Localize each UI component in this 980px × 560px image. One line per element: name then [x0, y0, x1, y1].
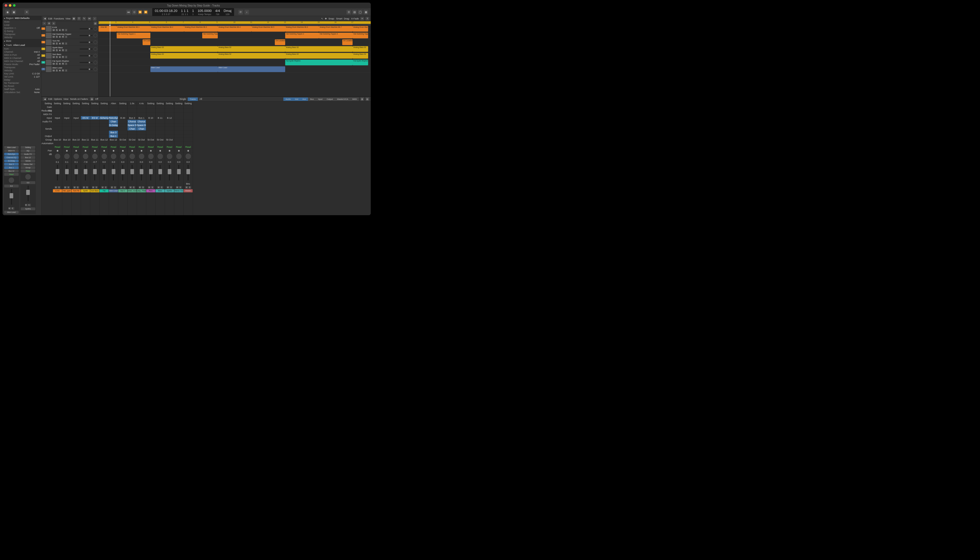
region[interactable]: Analog Bass 02	[285, 46, 353, 52]
edit-menu[interactable]: Edit	[48, 17, 52, 20]
snap-select[interactable]: Smart	[336, 17, 342, 20]
mixer-view-menu[interactable]: View	[63, 98, 68, 100]
pan-knob[interactable]	[64, 153, 70, 160]
track-icon[interactable]	[46, 26, 52, 32]
strip-name[interactable]: Bass	[155, 189, 165, 192]
strip-name[interactable]: Synths	[165, 189, 174, 192]
view-menu[interactable]: View	[66, 17, 70, 20]
region[interactable]: Fat Synth Rhythm	[285, 60, 353, 65]
region[interactable]: Analog Bass 02	[218, 53, 285, 58]
strip-name[interactable]: Master	[183, 189, 193, 192]
volume-slider[interactable]	[80, 48, 93, 50]
inspector-track-param[interactable]: Staff Style:Auto	[3, 88, 41, 91]
quick-help-button[interactable]: ✕	[24, 10, 29, 15]
region[interactable]: Hat Swishing Topper.2	[285, 33, 319, 38]
strip-icon[interactable]: ◉	[62, 149, 71, 152]
zoom-v-button[interactable]: ⇕	[365, 17, 369, 20]
inspector-track-param[interactable]: No Transpose:	[3, 82, 41, 85]
pan-knob[interactable]	[93, 27, 97, 31]
output-slot[interactable]: Bus 11	[81, 138, 90, 142]
region[interactable]: Fat Synth Rhythm	[353, 60, 368, 65]
output-slot[interactable]: Bus 11	[90, 138, 99, 142]
eq-slot[interactable]	[100, 109, 108, 113]
strip-icon[interactable]: ◉	[146, 149, 155, 152]
inspector-track-param[interactable]: Vel Limit:1 127	[3, 75, 41, 78]
audio-fx-slot[interactable]: Chorus	[128, 120, 137, 123]
input-button[interactable]: R	[62, 49, 64, 52]
strip-name[interactable]: E-Kit	[53, 189, 62, 192]
zoom-h-button[interactable]: ⇔	[360, 17, 364, 20]
region[interactable]: Analog Drum Machine 86.7	[319, 26, 353, 32]
eq-slot[interactable]	[109, 109, 118, 113]
eq-slot[interactable]	[72, 109, 81, 113]
strip-icon[interactable]: ◉	[81, 149, 90, 152]
solo-button[interactable]: S	[77, 186, 79, 189]
input-slot[interactable]	[174, 116, 183, 120]
pan-knob[interactable]	[138, 153, 145, 160]
region[interactable]: On Location To	[342, 39, 353, 45]
solo-button[interactable]: S	[58, 186, 60, 189]
eq-slot[interactable]	[62, 109, 71, 113]
inspector-track-param[interactable]: MIDI In Port:All	[3, 53, 41, 57]
audio-fx-slot[interactable]: Chan EQ	[109, 120, 118, 123]
mute-button[interactable]: M	[52, 62, 55, 65]
eq-slot[interactable]	[174, 109, 183, 113]
strip-name[interactable]: Larg...Plate	[137, 189, 146, 192]
mute-button[interactable]: M	[102, 186, 104, 189]
strip-name[interactable]: Stereo Out	[174, 189, 183, 192]
region[interactable]: Analog Bass 02	[150, 53, 218, 58]
setting-slot[interactable]: Setting	[155, 102, 165, 105]
track-header[interactable]: ▸ Track: Alien Lead	[3, 43, 41, 47]
mixer-edit-menu[interactable]: Edit	[48, 98, 52, 100]
strip-icon[interactable]: ◉	[137, 149, 146, 152]
output-slot[interactable]: St Out	[128, 138, 137, 142]
setting-slot[interactable]: Alien Lead	[109, 102, 118, 105]
track-row[interactable]: 4 Synth Bass MS●RI	[42, 46, 98, 52]
fader[interactable]	[53, 164, 62, 182]
loops-button[interactable]: ◯	[358, 10, 362, 15]
mixer-tab[interactable]: Master/VCA	[335, 97, 350, 101]
fader[interactable]	[137, 164, 146, 182]
inspector-track-param[interactable]: Icon:	[3, 47, 41, 50]
fader[interactable]	[109, 164, 118, 182]
track-icon[interactable]	[46, 53, 52, 58]
volume-slider[interactable]	[80, 42, 93, 43]
strip-icon[interactable]: ◉	[72, 149, 81, 152]
automation-mode[interactable]: Read	[100, 145, 108, 149]
solo-button[interactable]: S	[55, 35, 58, 38]
maximize-icon[interactable]	[13, 4, 15, 7]
pan-knob[interactable]	[157, 153, 163, 160]
fader[interactable]	[146, 164, 155, 182]
fader[interactable]	[81, 164, 90, 182]
eq-slot[interactable]	[146, 109, 155, 113]
input-button[interactable]: R	[62, 56, 64, 58]
automation-mode[interactable]: Read	[137, 145, 146, 149]
solo-button[interactable]: S	[114, 186, 117, 189]
mixer-narrow-button[interactable]: ▤	[365, 97, 369, 101]
pan-knob[interactable]	[185, 153, 191, 160]
strip-icon[interactable]: ◉	[128, 149, 137, 152]
input-slot[interactable]: Bus 3	[128, 116, 137, 120]
mute-button[interactable]: M	[157, 186, 160, 189]
more-disclosure[interactable]: ▸ More	[3, 39, 41, 43]
sends-power-button[interactable]: ⏻	[90, 97, 93, 101]
ch1-pan-knob[interactable]	[8, 177, 15, 183]
mute-button[interactable]: M	[111, 186, 113, 189]
solo-button[interactable]: S	[67, 186, 70, 189]
pan-knob[interactable]	[92, 153, 98, 160]
audio-fx-slot[interactable]: Chan EQ	[137, 127, 146, 131]
input-slot[interactable]: RetroSyn	[109, 116, 118, 120]
audio-fx-slot[interactable]: Chan EQ	[128, 127, 137, 131]
region[interactable]: Analog Drum Machine 86.1	[117, 26, 150, 32]
goto-position-button[interactable]: ⊙	[132, 10, 137, 15]
catch-button[interactable]: ♪	[93, 17, 97, 20]
eq-slot[interactable]	[155, 109, 165, 113]
arrange-lane[interactable]: Alien LeadAlien Lead	[98, 66, 371, 73]
arrange-lane[interactable]: ...hine 86Analog Drum Machine 86.1Analog…	[98, 25, 371, 32]
output-slot[interactable]: St Out	[118, 138, 127, 142]
solo-button[interactable]: S	[188, 186, 191, 189]
notes-button[interactable]: ▤	[352, 10, 357, 15]
automation-mode[interactable]: Read	[81, 145, 90, 149]
inspector-track-param[interactable]: Velocity:	[3, 69, 41, 72]
inspector-track-param[interactable]: Channel:Inst 4	[3, 50, 41, 53]
